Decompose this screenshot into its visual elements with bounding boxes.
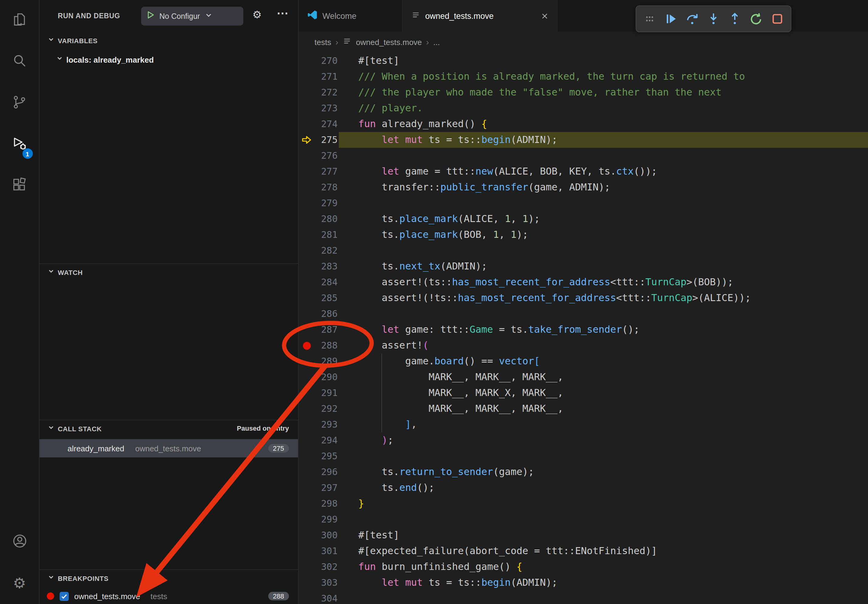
code-line-297[interactable]: 297 ts.end(); (299, 480, 868, 496)
gutter-glyph-margin[interactable] (299, 385, 315, 401)
accounts-button[interactable] (0, 521, 39, 563)
code-line-282[interactable]: 282 (299, 243, 868, 259)
code-line-281[interactable]: 281 ts.place_mark(BOB, 1, 1); (299, 227, 868, 243)
gutter-glyph-margin[interactable] (299, 575, 315, 591)
breadcrumb-item-tests[interactable]: tests (315, 37, 331, 46)
code-line-277[interactable]: 277 let game = ttt::new(ALICE, BOB, KEY,… (299, 164, 868, 180)
code-line-285[interactable]: 285 assert!(!ts::has_most_recent_for_add… (299, 290, 868, 306)
gutter-glyph-margin[interactable] (299, 417, 315, 432)
code-line-303[interactable]: 303 let mut ts = ts::begin(ADMIN); (299, 575, 868, 591)
code-line-278[interactable]: 278 transfer::public_transfer(game, ADMI… (299, 180, 868, 195)
sidebar-item-source-control[interactable] (0, 83, 39, 124)
code-line-295[interactable]: 295 (299, 448, 868, 464)
gutter-glyph-margin[interactable] (299, 401, 315, 417)
code-line-288[interactable]: 288 assert!( (299, 338, 868, 353)
gutter-glyph-margin[interactable] (299, 195, 315, 211)
code-line-284[interactable]: 284 assert!(ts::has_most_recent_for_addr… (299, 274, 868, 290)
breakpoint-list-item[interactable]: owned_tests.move tests 288 (40, 588, 298, 604)
toolbar-drag-grip[interactable] (640, 10, 659, 28)
breakpoint-checkbox[interactable] (60, 592, 69, 601)
start-debug-play-icon[interactable] (146, 10, 155, 22)
debug-configuration-dropdown[interactable]: No Configur (141, 7, 243, 26)
code-line-280[interactable]: 280 ts.place_mark(ALICE, 1, 1); (299, 211, 868, 227)
gutter-glyph-margin[interactable] (299, 132, 315, 148)
code-line-289[interactable]: 289 game.board() == vector[ (299, 353, 868, 369)
code-line-290[interactable]: 290 MARK__, MARK__, MARK__, (299, 369, 868, 385)
gutter-glyph-margin[interactable] (299, 116, 315, 132)
code-line-271[interactable]: 271/// When a position is already marked… (299, 69, 868, 85)
call-stack-frame-row[interactable]: already_marked owned_tests.move 275 (40, 439, 298, 457)
code-line-283[interactable]: 283 ts.next_tx(ADMIN); (299, 259, 868, 274)
code-line-270[interactable]: 270#[test] (299, 53, 868, 69)
step-over-button[interactable] (683, 10, 701, 28)
gutter-glyph-margin[interactable] (299, 432, 315, 448)
code-line-273[interactable]: 273/// player. (299, 101, 868, 116)
gutter-glyph-margin[interactable] (299, 290, 315, 306)
gutter-glyph-margin[interactable] (299, 338, 315, 353)
gutter-glyph-margin[interactable] (299, 148, 315, 164)
gutter-glyph-margin[interactable] (299, 353, 315, 369)
gutter-glyph-margin[interactable] (299, 101, 315, 116)
close-icon[interactable] (541, 12, 549, 20)
continue-button[interactable] (662, 10, 680, 28)
breadcrumb-item-file[interactable]: owned_tests.move (356, 37, 422, 46)
gutter-glyph-margin[interactable] (299, 369, 315, 385)
code-line-274[interactable]: 274fun already_marked() { (299, 116, 868, 132)
gutter-glyph-margin[interactable] (299, 85, 315, 101)
restart-button[interactable] (747, 10, 766, 28)
gutter-glyph-margin[interactable] (299, 259, 315, 274)
gutter-glyph-margin[interactable] (299, 180, 315, 195)
gutter-glyph-margin[interactable] (299, 559, 315, 575)
more-actions-icon[interactable]: ⋯ (277, 6, 288, 20)
sidebar-item-explorer[interactable] (0, 0, 39, 41)
section-header-watch[interactable]: WATCH (40, 263, 298, 280)
code-line-286[interactable]: 286 (299, 306, 868, 322)
gutter-glyph-margin[interactable] (299, 511, 315, 527)
tab-welcome[interactable]: Welcome (299, 0, 403, 32)
code-line-279[interactable]: 279 (299, 195, 868, 211)
gutter-glyph-margin[interactable] (299, 243, 315, 259)
gutter-glyph-margin[interactable] (299, 211, 315, 227)
code-line-272[interactable]: 272/// the player who made the "false" m… (299, 85, 868, 101)
code-line-292[interactable]: 292 MARK__, MARK__, MARK__, (299, 401, 868, 417)
code-line-276[interactable]: 276 (299, 148, 868, 164)
gutter-glyph-margin[interactable] (299, 227, 315, 243)
section-header-breakpoints[interactable]: BREAKPOINTS (40, 569, 298, 586)
gutter-glyph-margin[interactable] (299, 69, 315, 85)
sidebar-item-run-and-debug[interactable]: 1 (0, 124, 39, 166)
code-line-304[interactable]: 304 (299, 591, 868, 604)
code-line-293[interactable]: 293 ], (299, 417, 868, 432)
code-editor[interactable]: 270#[test]271/// When a position is alre… (299, 53, 868, 604)
sidebar-item-search[interactable] (0, 41, 39, 83)
gutter-glyph-margin[interactable] (299, 274, 315, 290)
code-line-296[interactable]: 296 ts.return_to_sender(game); (299, 464, 868, 480)
debug-settings-gear-icon[interactable]: ⚙ (253, 10, 262, 20)
gutter-glyph-margin[interactable] (299, 306, 315, 322)
section-header-variables[interactable]: VARIABLES (40, 32, 298, 49)
step-out-button[interactable] (726, 10, 744, 28)
variables-scope-locals[interactable]: locals: already_marked (40, 52, 298, 68)
manage-settings-button[interactable]: ⚙ (0, 563, 39, 604)
stop-button[interactable] (769, 10, 787, 28)
gutter-glyph-margin[interactable] (299, 480, 315, 496)
code-line-275[interactable]: 275 let mut ts = ts::begin(ADMIN); (299, 132, 868, 148)
sidebar-item-extensions[interactable] (0, 166, 39, 207)
step-into-button[interactable] (704, 10, 722, 28)
code-line-299[interactable]: 299 (299, 511, 868, 527)
gutter-glyph-margin[interactable] (299, 591, 315, 604)
gutter-glyph-margin[interactable] (299, 164, 315, 180)
gutter-glyph-margin[interactable] (299, 53, 315, 69)
gutter-glyph-margin[interactable] (299, 527, 315, 543)
gutter-glyph-margin[interactable] (299, 496, 315, 511)
code-line-298[interactable]: 298} (299, 496, 868, 511)
code-line-291[interactable]: 291 MARK__, MARK_X, MARK__, (299, 385, 868, 401)
tab-owned-tests-move[interactable]: owned_tests.move (403, 0, 558, 32)
gutter-glyph-margin[interactable] (299, 448, 315, 464)
gutter-glyph-margin[interactable] (299, 464, 315, 480)
gutter-glyph-margin[interactable] (299, 322, 315, 338)
code-line-294[interactable]: 294 ); (299, 432, 868, 448)
code-line-287[interactable]: 287 let game: ttt::Game = ts.take_from_s… (299, 322, 868, 338)
code-line-300[interactable]: 300#[test] (299, 527, 868, 543)
code-line-301[interactable]: 301#[expected_failure(abort_code = ttt::… (299, 543, 868, 559)
code-line-302[interactable]: 302fun burn_unfinished_game() { (299, 559, 868, 575)
